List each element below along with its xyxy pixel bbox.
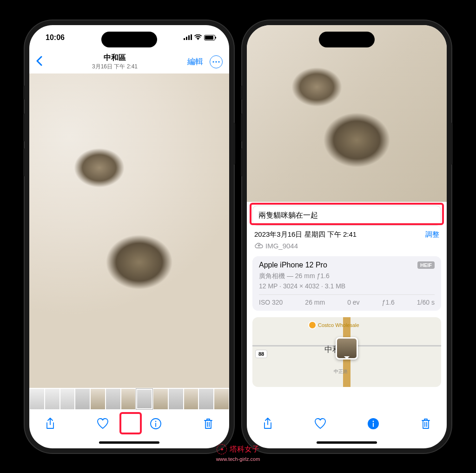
thumbnail[interactable]	[121, 389, 136, 409]
route-badge: 88	[255, 350, 267, 358]
svg-rect-1	[186, 37, 187, 40]
format-badge: HEIF	[417, 261, 435, 269]
phone-side-button	[241, 113, 243, 141]
map-poi: Costco Wholesale	[308, 321, 359, 329]
thumbnail[interactable]	[91, 389, 105, 409]
filename: IMG_9044	[265, 242, 298, 250]
watermark-text: 塔科女子	[230, 445, 259, 454]
share-button[interactable]	[43, 417, 57, 431]
thumbnail[interactable]	[75, 389, 90, 409]
lens-info: 廣角相機 — 26 mm ƒ1.6	[259, 272, 435, 280]
shutter-value: 1/60 s	[417, 299, 435, 306]
back-button[interactable]	[36, 54, 42, 69]
device-info-card[interactable]: Apple iPhone 12 Pro HEIF 廣角相機 — 26 mm ƒ1…	[252, 256, 441, 311]
phone-side-button	[23, 86, 25, 100]
thumbnail[interactable]	[184, 389, 198, 409]
focal-value: 26 mm	[305, 299, 325, 306]
wifi-icon	[194, 34, 202, 41]
thumbnail-active[interactable]	[136, 389, 152, 409]
thumbnail[interactable]	[199, 389, 213, 409]
thumbnail[interactable]	[30, 389, 44, 409]
thumbnail[interactable]	[153, 389, 168, 409]
photo-viewer[interactable]	[29, 73, 229, 388]
nav-bar: 中和區 3月16日 下午 2:41 編輯	[29, 50, 229, 73]
home-indicator[interactable]	[29, 437, 229, 448]
battery-icon	[204, 35, 215, 40]
watermark-icon: ✦	[217, 444, 227, 454]
home-indicator[interactable]	[247, 437, 447, 448]
device-name: Apple iPhone 12 Pro	[259, 261, 327, 269]
thumbnail[interactable]	[214, 389, 229, 409]
signal-icon	[184, 34, 192, 41]
svg-point-7	[218, 61, 219, 62]
more-button[interactable]	[210, 55, 223, 68]
phone-mockup-right: 兩隻貓咪躺在一起 2023年3月16日 星期四 下午 2:41 調整 IMG_9…	[242, 20, 451, 453]
nav-subtitle: 3月16日 下午 2:41	[42, 63, 187, 71]
svg-rect-0	[184, 38, 185, 40]
phone-side-button	[451, 123, 453, 165]
road-label: 中正路	[334, 368, 348, 375]
highlight-box	[119, 412, 142, 434]
thumbnail-strip[interactable]	[29, 388, 229, 410]
phone-side-button	[241, 86, 243, 100]
adjust-button[interactable]: 調整	[425, 230, 439, 239]
svg-point-9	[155, 420, 156, 422]
aperture-value: ƒ1.6	[382, 299, 395, 306]
svg-rect-3	[191, 34, 192, 40]
delete-button[interactable]	[201, 417, 215, 431]
caption-field[interactable]: 兩隻貓咪躺在一起	[252, 206, 441, 226]
delete-button[interactable]	[419, 417, 433, 431]
location-map[interactable]: Costco Wholesale 中和區 88 中正路	[252, 317, 441, 387]
svg-point-4	[198, 38, 198, 39]
favorite-button[interactable]	[96, 417, 110, 431]
thumbnail[interactable]	[106, 389, 120, 409]
svg-point-11	[372, 420, 374, 422]
bottom-toolbar	[247, 410, 447, 437]
photo-content	[29, 73, 229, 388]
status-time: 10:06	[46, 33, 65, 42]
phone-side-button	[233, 123, 235, 165]
watermark-url: www.tech-girlz.com	[216, 456, 260, 462]
iso-value: ISO 320	[259, 299, 283, 306]
thumbnail[interactable]	[45, 389, 60, 409]
bottom-toolbar	[29, 410, 229, 437]
share-button[interactable]	[261, 417, 275, 431]
favorite-button[interactable]	[313, 417, 327, 431]
nav-title: 中和區	[42, 53, 187, 63]
photo-datetime: 2023年3月16日 星期四 下午 2:41	[254, 230, 357, 239]
dynamic-island	[319, 32, 375, 47]
image-specs: 12 MP · 3024 × 4032 · 3.1 MB	[259, 282, 435, 290]
edit-button[interactable]: 編輯	[187, 56, 203, 67]
phone-side-button	[23, 113, 25, 141]
info-button[interactable]	[149, 417, 163, 431]
phone-side-button	[23, 148, 25, 176]
photo-preview[interactable]	[247, 25, 447, 202]
thumbnail[interactable]	[169, 389, 183, 409]
phone-side-button	[241, 148, 243, 176]
cloud-icon	[254, 242, 263, 249]
info-panel: 兩隻貓咪躺在一起 2023年3月16日 星期四 下午 2:41 調整 IMG_9…	[247, 202, 447, 410]
thumbnail[interactable]	[60, 389, 75, 409]
dynamic-island	[101, 32, 157, 47]
ev-value: 0 ev	[347, 299, 359, 306]
watermark: ✦ 塔科女子	[217, 444, 259, 454]
svg-point-6	[215, 61, 217, 62]
info-button-active[interactable]	[366, 417, 380, 431]
svg-point-5	[212, 61, 214, 62]
svg-rect-2	[188, 35, 190, 40]
map-pin	[336, 337, 358, 360]
phone-mockup-left: 10:06 中和區 3月16日 下午 2:41 編輯	[25, 20, 234, 453]
